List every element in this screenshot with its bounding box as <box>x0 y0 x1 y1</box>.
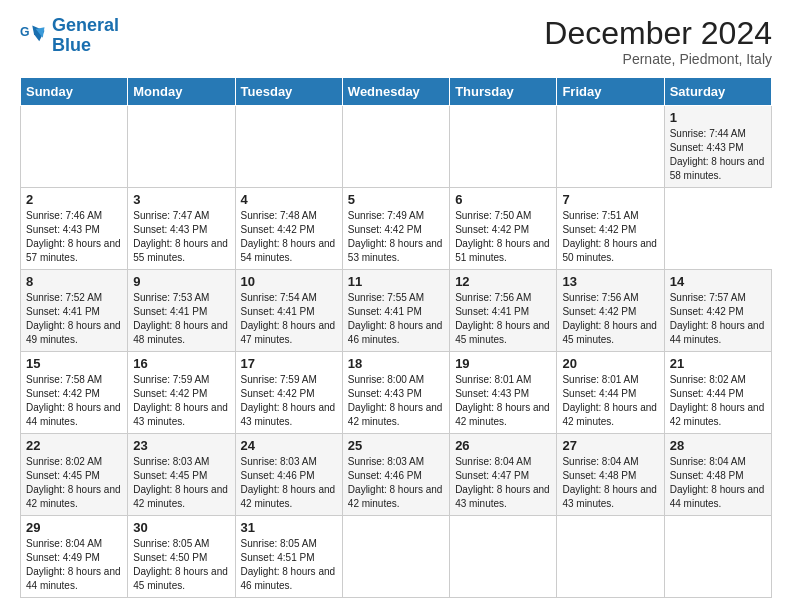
calendar-cell <box>450 516 557 598</box>
calendar-cell <box>235 106 342 188</box>
logo-line1: General <box>52 15 119 35</box>
calendar-cell <box>342 106 449 188</box>
calendar-cell: 22Sunrise: 8:02 AMSunset: 4:45 PMDayligh… <box>21 434 128 516</box>
day-number: 11 <box>348 274 444 289</box>
header-cell-thursday: Thursday <box>450 78 557 106</box>
day-number: 27 <box>562 438 658 453</box>
subtitle: Pernate, Piedmont, Italy <box>544 51 772 67</box>
day-number: 14 <box>670 274 766 289</box>
calendar-table: SundayMondayTuesdayWednesdayThursdayFrid… <box>20 77 772 598</box>
day-number: 29 <box>26 520 122 535</box>
calendar-cell: 27Sunrise: 8:04 AMSunset: 4:48 PMDayligh… <box>557 434 664 516</box>
logo: G General Blue <box>20 16 119 56</box>
calendar-cell <box>664 516 771 598</box>
header-cell-wednesday: Wednesday <box>342 78 449 106</box>
header-cell-tuesday: Tuesday <box>235 78 342 106</box>
week-row-0: 1Sunrise: 7:44 AMSunset: 4:43 PMDaylight… <box>21 106 772 188</box>
cell-text: Sunrise: 7:57 AMSunset: 4:42 PMDaylight:… <box>670 291 766 347</box>
cell-text: Sunrise: 8:03 AMSunset: 4:45 PMDaylight:… <box>133 455 229 511</box>
calendar-cell: 5Sunrise: 7:49 AMSunset: 4:42 PMDaylight… <box>342 188 449 270</box>
cell-text: Sunrise: 8:04 AMSunset: 4:49 PMDaylight:… <box>26 537 122 593</box>
week-row-1: 2Sunrise: 7:46 AMSunset: 4:43 PMDaylight… <box>21 188 772 270</box>
week-row-4: 22Sunrise: 8:02 AMSunset: 4:45 PMDayligh… <box>21 434 772 516</box>
cell-text: Sunrise: 7:53 AMSunset: 4:41 PMDaylight:… <box>133 291 229 347</box>
cell-text: Sunrise: 7:52 AMSunset: 4:41 PMDaylight:… <box>26 291 122 347</box>
calendar-cell: 1Sunrise: 7:44 AMSunset: 4:43 PMDaylight… <box>664 106 771 188</box>
cell-text: Sunrise: 7:56 AMSunset: 4:42 PMDaylight:… <box>562 291 658 347</box>
calendar-cell <box>557 106 664 188</box>
day-number: 4 <box>241 192 337 207</box>
calendar-cell: 13Sunrise: 7:56 AMSunset: 4:42 PMDayligh… <box>557 270 664 352</box>
cell-text: Sunrise: 8:01 AMSunset: 4:44 PMDaylight:… <box>562 373 658 429</box>
svg-text:G: G <box>20 25 30 39</box>
header-cell-monday: Monday <box>128 78 235 106</box>
day-number: 3 <box>133 192 229 207</box>
calendar-cell: 20Sunrise: 8:01 AMSunset: 4:44 PMDayligh… <box>557 352 664 434</box>
calendar-cell <box>450 106 557 188</box>
calendar-cell: 17Sunrise: 7:59 AMSunset: 4:42 PMDayligh… <box>235 352 342 434</box>
calendar-cell: 23Sunrise: 8:03 AMSunset: 4:45 PMDayligh… <box>128 434 235 516</box>
calendar-cell: 28Sunrise: 8:04 AMSunset: 4:48 PMDayligh… <box>664 434 771 516</box>
logo-line2: Blue <box>52 35 91 55</box>
day-number: 12 <box>455 274 551 289</box>
month-title: December 2024 <box>544 16 772 51</box>
day-number: 6 <box>455 192 551 207</box>
header-cell-friday: Friday <box>557 78 664 106</box>
cell-text: Sunrise: 8:04 AMSunset: 4:47 PMDaylight:… <box>455 455 551 511</box>
day-number: 10 <box>241 274 337 289</box>
calendar-cell: 6Sunrise: 7:50 AMSunset: 4:42 PMDaylight… <box>450 188 557 270</box>
logo-text: General Blue <box>52 16 119 56</box>
day-number: 16 <box>133 356 229 371</box>
header-cell-sunday: Sunday <box>21 78 128 106</box>
calendar-cell: 8Sunrise: 7:52 AMSunset: 4:41 PMDaylight… <box>21 270 128 352</box>
day-number: 5 <box>348 192 444 207</box>
day-number: 17 <box>241 356 337 371</box>
cell-text: Sunrise: 8:00 AMSunset: 4:43 PMDaylight:… <box>348 373 444 429</box>
calendar-cell: 2Sunrise: 7:46 AMSunset: 4:43 PMDaylight… <box>21 188 128 270</box>
week-row-2: 8Sunrise: 7:52 AMSunset: 4:41 PMDaylight… <box>21 270 772 352</box>
cell-text: Sunrise: 7:47 AMSunset: 4:43 PMDaylight:… <box>133 209 229 265</box>
calendar-cell: 14Sunrise: 7:57 AMSunset: 4:42 PMDayligh… <box>664 270 771 352</box>
day-number: 18 <box>348 356 444 371</box>
day-number: 1 <box>670 110 766 125</box>
week-row-3: 15Sunrise: 7:58 AMSunset: 4:42 PMDayligh… <box>21 352 772 434</box>
calendar-cell: 31Sunrise: 8:05 AMSunset: 4:51 PMDayligh… <box>235 516 342 598</box>
cell-text: Sunrise: 7:56 AMSunset: 4:41 PMDaylight:… <box>455 291 551 347</box>
calendar-cell: 19Sunrise: 8:01 AMSunset: 4:43 PMDayligh… <box>450 352 557 434</box>
calendar-cell: 29Sunrise: 8:04 AMSunset: 4:49 PMDayligh… <box>21 516 128 598</box>
day-number: 30 <box>133 520 229 535</box>
calendar-cell: 3Sunrise: 7:47 AMSunset: 4:43 PMDaylight… <box>128 188 235 270</box>
calendar-cell <box>21 106 128 188</box>
cell-text: Sunrise: 7:50 AMSunset: 4:42 PMDaylight:… <box>455 209 551 265</box>
day-number: 23 <box>133 438 229 453</box>
calendar-cell <box>342 516 449 598</box>
cell-text: Sunrise: 8:05 AMSunset: 4:50 PMDaylight:… <box>133 537 229 593</box>
calendar-cell: 12Sunrise: 7:56 AMSunset: 4:41 PMDayligh… <box>450 270 557 352</box>
calendar-cell: 16Sunrise: 7:59 AMSunset: 4:42 PMDayligh… <box>128 352 235 434</box>
day-number: 26 <box>455 438 551 453</box>
title-block: December 2024 Pernate, Piedmont, Italy <box>544 16 772 67</box>
day-number: 31 <box>241 520 337 535</box>
page: G General Blue December 2024 Pernate, Pi… <box>0 0 792 612</box>
calendar-cell: 7Sunrise: 7:51 AMSunset: 4:42 PMDaylight… <box>557 188 664 270</box>
cell-text: Sunrise: 7:49 AMSunset: 4:42 PMDaylight:… <box>348 209 444 265</box>
cell-text: Sunrise: 8:04 AMSunset: 4:48 PMDaylight:… <box>670 455 766 511</box>
day-number: 9 <box>133 274 229 289</box>
cell-text: Sunrise: 7:46 AMSunset: 4:43 PMDaylight:… <box>26 209 122 265</box>
cell-text: Sunrise: 8:03 AMSunset: 4:46 PMDaylight:… <box>348 455 444 511</box>
header: G General Blue December 2024 Pernate, Pi… <box>20 16 772 67</box>
calendar-cell <box>557 516 664 598</box>
day-number: 25 <box>348 438 444 453</box>
cell-text: Sunrise: 7:51 AMSunset: 4:42 PMDaylight:… <box>562 209 658 265</box>
day-number: 8 <box>26 274 122 289</box>
calendar-cell: 21Sunrise: 8:02 AMSunset: 4:44 PMDayligh… <box>664 352 771 434</box>
day-number: 20 <box>562 356 658 371</box>
day-number: 22 <box>26 438 122 453</box>
calendar-cell: 11Sunrise: 7:55 AMSunset: 4:41 PMDayligh… <box>342 270 449 352</box>
calendar-cell <box>128 106 235 188</box>
cell-text: Sunrise: 7:58 AMSunset: 4:42 PMDaylight:… <box>26 373 122 429</box>
day-number: 2 <box>26 192 122 207</box>
cell-text: Sunrise: 8:05 AMSunset: 4:51 PMDaylight:… <box>241 537 337 593</box>
day-number: 28 <box>670 438 766 453</box>
day-number: 13 <box>562 274 658 289</box>
